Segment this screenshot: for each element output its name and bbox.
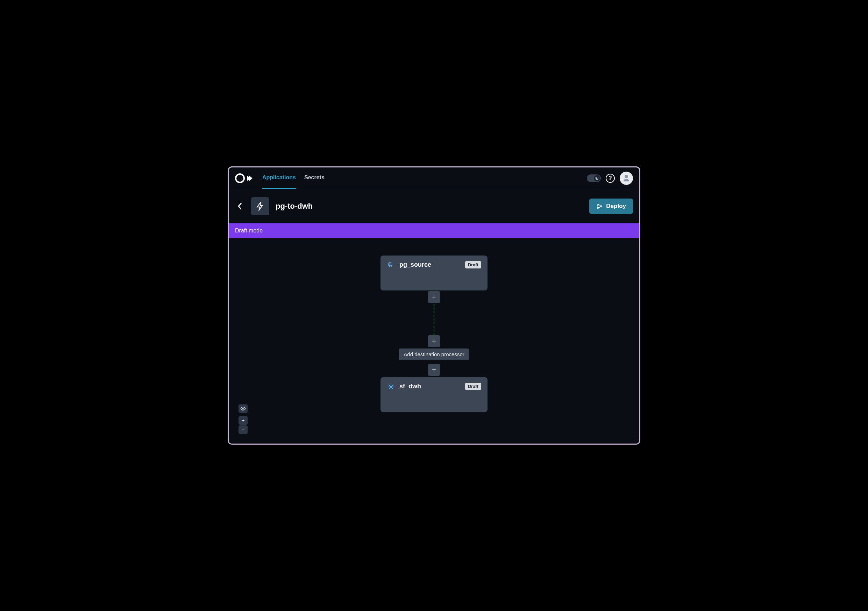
svg-point-8: [242, 408, 244, 409]
zoom-controls: + -: [239, 416, 248, 434]
snowflake-icon: [387, 383, 395, 391]
connector-line: [434, 304, 434, 335]
add-processor-button-3[interactable]: +: [428, 364, 440, 376]
logo-arrows-icon: [247, 175, 253, 181]
user-icon: [622, 174, 631, 183]
logo-circle-icon: [235, 173, 245, 183]
add-processor-tooltip: Add destination processor: [399, 348, 469, 360]
flow-canvas[interactable]: pg_source Draft + + Add destination proc…: [229, 238, 639, 444]
fit-view-button[interactable]: [239, 404, 248, 413]
app-title: pg-to-dwh: [276, 202, 313, 211]
deploy-label: Deploy: [606, 203, 626, 210]
eye-icon: [240, 406, 246, 411]
zoom-in-button[interactable]: +: [239, 416, 248, 425]
node-source-label: pg_source: [399, 261, 461, 268]
tab-applications[interactable]: Applications: [262, 167, 296, 189]
node-destination-label: sf_dwh: [399, 383, 461, 390]
topbar-right: ?: [587, 172, 633, 185]
svg-point-2: [600, 206, 602, 207]
app-window: Applications Secrets ? pg-to-dwh: [228, 166, 640, 445]
postgres-icon: [387, 261, 395, 269]
svg-point-3: [389, 263, 393, 265]
logo[interactable]: [235, 173, 253, 183]
tab-secrets[interactable]: Secrets: [304, 167, 324, 189]
app-type-icon: [251, 197, 269, 215]
deploy-icon: [596, 203, 603, 209]
theme-toggle[interactable]: [587, 175, 601, 182]
avatar[interactable]: [620, 172, 633, 185]
lightning-icon: [256, 202, 265, 211]
add-processor-button-1[interactable]: +: [428, 291, 440, 303]
question-icon: ?: [609, 175, 612, 181]
zoom-out-button[interactable]: -: [239, 425, 248, 434]
svg-point-0: [597, 204, 599, 206]
node-source[interactable]: pg_source Draft: [380, 255, 488, 291]
subheader: pg-to-dwh Deploy: [229, 189, 639, 223]
deploy-button[interactable]: Deploy: [589, 198, 633, 214]
chevron-left-icon: [237, 203, 242, 210]
help-button[interactable]: ?: [606, 174, 615, 183]
topbar: Applications Secrets ?: [229, 167, 639, 189]
back-button[interactable]: [235, 201, 245, 211]
node-source-badge: Draft: [465, 261, 481, 268]
draft-mode-banner: Draft mode: [229, 223, 639, 238]
node-destination[interactable]: sf_dwh Draft: [380, 377, 488, 412]
moon-icon: [594, 175, 600, 181]
svg-point-1: [597, 207, 599, 209]
add-processor-button-2[interactable]: +: [428, 335, 440, 347]
nav-tabs: Applications Secrets: [262, 167, 324, 189]
canvas-controls: + -: [239, 404, 248, 434]
node-destination-badge: Draft: [465, 383, 481, 390]
